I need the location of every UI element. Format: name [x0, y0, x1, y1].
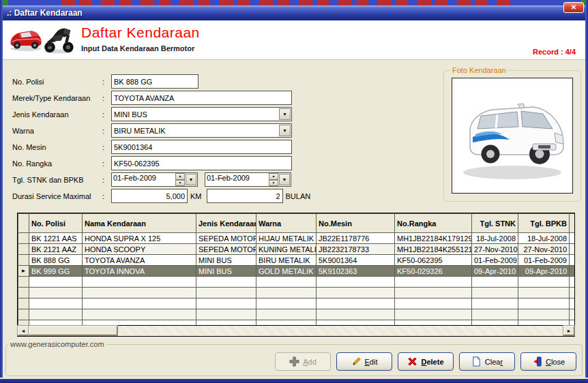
table-row[interactable] — [18, 309, 576, 320]
table-cell[interactable] — [29, 288, 83, 298]
table-cell[interactable]: 09-Apr-2010 — [518, 266, 570, 277]
tgl-bpkb-datepicker[interactable]: 01-Feb-2009 ▲ ▼ ▼ — [205, 172, 291, 187]
table-cell[interactable]: JB22E1178776 — [317, 233, 395, 244]
table-row[interactable] — [18, 298, 576, 309]
clear-button[interactable]: Clear — [459, 352, 515, 371]
spin-up-icon[interactable]: ▲ — [175, 173, 185, 180]
table-cell[interactable] — [317, 298, 395, 309]
table-cell[interactable]: JB2232178733 — [317, 244, 395, 255]
table-cell[interactable] — [196, 288, 256, 298]
table-cell[interactable] — [83, 277, 196, 288]
table-cell[interactable]: SEPEDA MOTOR — [196, 233, 256, 244]
table-cell[interactable] — [83, 320, 196, 326]
close-window-button[interactable]: ✕ — [563, 2, 584, 13]
scroll-right-icon[interactable]: ► — [563, 326, 574, 335]
table-cell[interactable] — [29, 320, 83, 326]
table-cell[interactable] — [196, 320, 256, 326]
table-cell[interactable]: SEPEDA MOTOR — [196, 244, 256, 255]
table-cell[interactable] — [518, 298, 570, 309]
table-cell[interactable] — [196, 309, 256, 320]
table-horizontal-scrollbar[interactable]: ◄ ► — [17, 326, 575, 337]
table-cell[interactable]: 27-Nov-2010 — [518, 244, 570, 255]
row-selector-cell[interactable] — [18, 298, 29, 309]
table-cell[interactable]: TOYOTA AVANZA — [83, 255, 196, 266]
table-cell[interactable] — [29, 298, 83, 309]
spin-up-icon[interactable]: ▲ — [269, 173, 278, 180]
table-cell[interactable] — [256, 277, 317, 288]
merek-type-input[interactable] — [111, 91, 292, 105]
no-mesin-input[interactable] — [111, 140, 292, 154]
chevron-down-icon[interactable]: ▼ — [279, 125, 291, 136]
no-polisi-input[interactable] — [111, 74, 199, 89]
table-cell[interactable]: 09-Apr-2010 — [472, 266, 518, 277]
table-cell[interactable] — [83, 298, 196, 309]
table-cell[interactable] — [518, 309, 570, 320]
edit-button[interactable]: Edit — [336, 352, 392, 371]
spin-down-icon[interactable]: ▼ — [175, 180, 185, 187]
table-row[interactable]: BK 1221 AASHONDA SUPRA X 125SEPEDA MOTOR… — [18, 233, 576, 244]
table-cell[interactable]: KF50-029326 — [395, 266, 472, 277]
table-cell[interactable]: 5K9001364 — [317, 255, 395, 266]
table-cell[interactable] — [29, 309, 83, 320]
chevron-down-icon[interactable]: ▼ — [279, 108, 291, 120]
table-cell[interactable]: BK 888 GG — [29, 255, 83, 266]
table-cell[interactable]: TOYOTA INNOVA — [83, 266, 196, 277]
table-cell[interactable]: KUNING METALIK — [256, 244, 317, 255]
table-cell[interactable]: 5K9102363 — [317, 266, 395, 277]
row-selector-cell[interactable] — [18, 288, 29, 298]
table-cell[interactable]: HIJAU METALIK — [256, 233, 317, 244]
spin-down-icon[interactable]: ▼ — [269, 180, 278, 187]
table-cell[interactable] — [83, 309, 196, 320]
table-cell[interactable]: 18-Jul-2008 — [472, 233, 518, 244]
table-cell[interactable]: 18-Jul-2008 — [518, 233, 570, 244]
table-cell[interactable]: GOLD METALIK — [256, 266, 317, 277]
warna-select[interactable]: BIRU METALIK ▼ — [111, 123, 292, 138]
table-cell[interactable] — [317, 288, 395, 298]
table-cell[interactable] — [472, 309, 518, 320]
table-row[interactable]: ►BK 999 GGTOYOTA INNOVAMINI BUSGOLD META… — [18, 266, 576, 277]
table-cell[interactable]: BK 999 GG — [29, 266, 83, 277]
table-cell[interactable]: 01-Feb-2009 — [472, 255, 518, 266]
row-selector-cell[interactable] — [18, 233, 29, 244]
table-cell[interactable]: HONDA SUPRA X 125 — [83, 233, 196, 244]
table-cell[interactable]: BK 1221 AAS — [29, 233, 83, 244]
row-selector-cell[interactable] — [18, 255, 29, 266]
scroll-left-icon[interactable]: ◄ — [18, 326, 29, 335]
table-row[interactable]: BK 888 GGTOYOTA AVANZAMINI BUSBIRU METAL… — [18, 255, 576, 266]
table-cell[interactable] — [196, 277, 256, 288]
table-cell[interactable]: BIRU METALIK — [256, 255, 317, 266]
table-cell[interactable] — [395, 298, 472, 309]
table-cell[interactable] — [256, 320, 317, 326]
table-cell[interactable]: KF50-062395 — [395, 255, 472, 266]
table-cell[interactable] — [395, 288, 472, 298]
no-rangka-input[interactable] — [111, 156, 292, 170]
table-cell[interactable]: 01-Feb-2009 — [518, 255, 570, 266]
table-cell[interactable] — [317, 277, 395, 288]
calendar-dropdown-icon[interactable]: ▼ — [279, 174, 290, 185]
table-cell[interactable] — [472, 277, 518, 288]
table-cell[interactable] — [518, 320, 570, 326]
titlebar[interactable]: .: Daftar Kendaraan — [3, 5, 585, 20]
table-row[interactable] — [18, 288, 576, 298]
table-cell[interactable] — [518, 288, 570, 298]
table-cell[interactable]: BK 2121 AAZ — [29, 244, 83, 255]
table-cell[interactable] — [395, 277, 472, 288]
table-cell[interactable] — [472, 320, 518, 326]
table-cell[interactable] — [472, 288, 518, 298]
row-selector-cell[interactable] — [18, 320, 29, 326]
table-cell[interactable] — [317, 320, 395, 326]
delete-button[interactable]: Delete — [398, 352, 454, 371]
table-row[interactable] — [18, 320, 576, 326]
selected-row-marker[interactable]: ► — [18, 266, 29, 277]
table-row[interactable] — [18, 277, 576, 288]
table-cell[interactable] — [472, 298, 518, 309]
table-cell[interactable] — [317, 309, 395, 320]
table-cell[interactable]: 27-Nov-2010 — [472, 244, 518, 255]
table-cell[interactable] — [83, 288, 196, 298]
row-selector-cell[interactable] — [18, 277, 29, 288]
durasi-km-input[interactable] — [111, 189, 188, 203]
table-cell[interactable] — [256, 309, 317, 320]
table-cell[interactable]: MINI BUS — [196, 266, 256, 277]
table-cell[interactable]: MH1JB22184K255121 — [395, 244, 472, 255]
table-row[interactable]: BK 2121 AAZHONDA SCOOPYSEPEDA MOTORKUNIN… — [18, 244, 576, 255]
